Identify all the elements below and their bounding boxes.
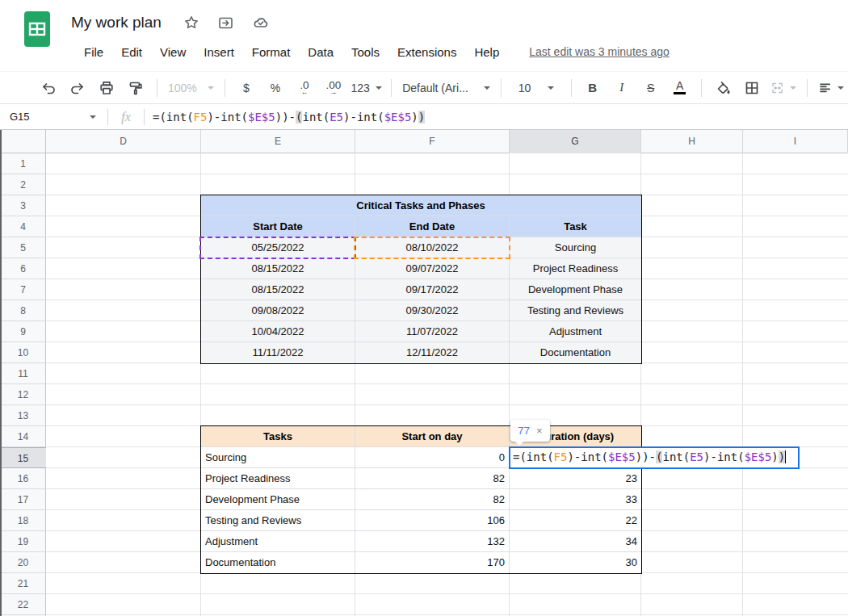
cell[interactable]: Testing and Reviews: [201, 510, 355, 531]
cell[interactable]: Sourcing: [201, 447, 355, 468]
cell[interactable]: Documentation: [510, 342, 641, 363]
cell[interactable]: 22: [510, 510, 641, 531]
undo-button[interactable]: [38, 77, 59, 99]
menu-insert[interactable]: Insert: [195, 43, 243, 61]
menu-view[interactable]: View: [151, 43, 195, 61]
format-percent-button[interactable]: %: [265, 77, 286, 99]
sheets-logo-icon[interactable]: [23, 10, 51, 48]
referenced-cell-outline-f5: [354, 237, 510, 259]
cell[interactable]: 34: [510, 531, 641, 552]
cell[interactable]: 12/11/2022: [355, 342, 510, 363]
cell[interactable]: Project Readiness: [510, 258, 641, 279]
cell[interactable]: 11/11/2022: [201, 342, 355, 363]
cell[interactable]: 09/30/2022: [355, 300, 510, 321]
menu-file[interactable]: File: [75, 43, 112, 61]
fill-color-button[interactable]: [712, 77, 733, 99]
font-size-value: 10: [518, 82, 531, 94]
menu-data[interactable]: Data: [299, 43, 342, 61]
cell[interactable]: 08/15/2022: [201, 279, 355, 300]
arrow-right-icon: →: [330, 90, 337, 95]
cell[interactable]: 09/08/2022: [201, 300, 355, 321]
cell[interactable]: Adjustment: [201, 531, 355, 552]
move-to-folder-icon[interactable]: [217, 14, 235, 31]
document-title-row: My work plan: [71, 10, 287, 35]
horizontal-align-button[interactable]: [818, 77, 844, 99]
cell[interactable]: Development Phase: [201, 489, 355, 510]
zoom-value: 100%: [168, 82, 197, 94]
cell[interactable]: 82: [355, 468, 510, 489]
cell[interactable]: Sourcing: [510, 237, 641, 258]
cell[interactable]: 09/17/2022: [355, 279, 510, 300]
cloud-saved-icon[interactable]: [252, 14, 270, 31]
close-icon[interactable]: ×: [536, 425, 543, 437]
cell[interactable]: Development Phase: [510, 279, 641, 300]
merge-cells-button[interactable]: [770, 77, 796, 99]
formula-input[interactable]: =(int(F5)-int($E$5))-(int(E5)-int($E$5)): [145, 111, 848, 124]
borders-button[interactable]: [741, 77, 762, 99]
toolbar-divider: [571, 79, 572, 97]
toolbar-divider: [501, 79, 502, 97]
formula-segment: int(: [302, 111, 330, 124]
formula-segment: $E$5: [608, 450, 636, 463]
menu-help[interactable]: Help: [465, 43, 508, 61]
google-sheets-window: My work plan File Edit: [0, 0, 848, 616]
header-cell[interactable]: Start on day: [355, 426, 510, 447]
menu-format[interactable]: Format: [243, 43, 300, 61]
text-color-button[interactable]: A: [670, 77, 691, 99]
formula-result-tooltip: 77 ×: [510, 420, 550, 442]
italic-button[interactable]: I: [611, 77, 632, 99]
formula-segment: int(: [662, 450, 690, 463]
menu-tools[interactable]: Tools: [342, 43, 388, 61]
menu-extensions[interactable]: Extensions: [388, 43, 465, 61]
cell[interactable]: 30: [510, 552, 641, 573]
zoom-select[interactable]: 100%: [168, 77, 214, 99]
more-formats-button[interactable]: 123: [352, 77, 380, 99]
redo-icon: [69, 80, 86, 96]
paint-format-button[interactable]: [125, 77, 146, 99]
cell[interactable]: 132: [355, 531, 510, 552]
name-box[interactable]: G15: [0, 111, 107, 123]
formula-segment: E5: [330, 111, 343, 124]
font-size-select[interactable]: 10: [512, 77, 560, 99]
format-currency-button[interactable]: $: [236, 77, 257, 99]
font-select[interactable]: Default (Ari...: [402, 77, 490, 99]
cell[interactable]: Project Readiness: [201, 468, 355, 489]
document-title[interactable]: My work plan: [71, 14, 162, 31]
cell[interactable]: 106: [355, 510, 510, 531]
spreadsheet-grid: DEFGHI 123456789101112131415161718192021…: [0, 130, 848, 616]
last-edit-link[interactable]: Last edit was 3 minutes ago: [529, 45, 670, 58]
cell[interactable]: Documentation: [201, 552, 355, 573]
increase-decimal-button[interactable]: .00→: [323, 77, 344, 99]
header-cell[interactable]: Tasks: [201, 426, 355, 447]
decrease-decimal-button[interactable]: .0←: [294, 77, 315, 99]
header-cell[interactable]: End Date: [355, 216, 510, 237]
cell[interactable]: 82: [355, 489, 510, 510]
table-title-cell[interactable]: Critical Tasks and Phases: [201, 195, 641, 216]
bold-button[interactable]: B: [582, 77, 603, 99]
cell[interactable]: 170: [355, 552, 510, 573]
toolbar-divider: [701, 79, 702, 97]
strikethrough-button[interactable]: S: [640, 77, 661, 99]
header-cell[interactable]: Task: [510, 216, 641, 237]
cell[interactable]: 23: [510, 468, 641, 489]
print-button[interactable]: [96, 77, 117, 99]
menu-edit[interactable]: Edit: [112, 43, 151, 61]
cell[interactable]: 09/07/2022: [355, 258, 510, 279]
chevron-down-icon: [790, 86, 796, 90]
cell[interactable]: Testing and Reviews: [510, 300, 641, 321]
formula-segment: $E$5: [248, 111, 275, 124]
cell[interactable]: 0: [355, 447, 510, 468]
formula-segment: $E$5: [745, 450, 772, 463]
cell-editor[interactable]: =(int(F5)-int($E$5))-(int(E5)-int($E$5)): [509, 446, 800, 469]
cell[interactable]: Adjustment: [510, 321, 641, 342]
arrow-left-icon: ←: [300, 90, 308, 95]
cell[interactable]: 08/15/2022: [201, 258, 355, 279]
cell[interactable]: 10/04/2022: [201, 321, 355, 342]
star-icon[interactable]: [183, 14, 200, 31]
cell[interactable]: 11/07/2022: [355, 321, 510, 342]
toolbar-divider: [391, 79, 392, 97]
cell[interactable]: 33: [510, 489, 641, 510]
redo-button[interactable]: [67, 77, 88, 99]
formula-segment: $E$5: [384, 111, 412, 124]
header-cell[interactable]: Start Date: [201, 216, 355, 237]
